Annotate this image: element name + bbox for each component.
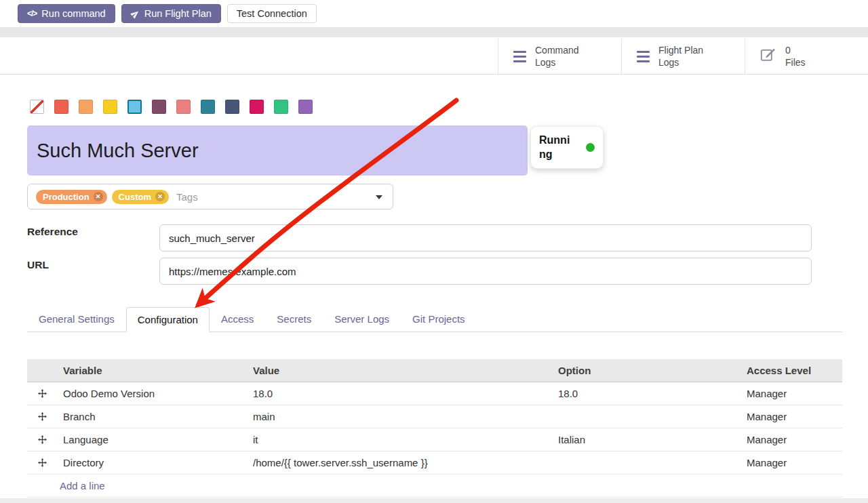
swatch-salmon[interactable] — [176, 100, 191, 114]
cell-access-level[interactable]: Manager — [741, 411, 842, 422]
status-label: Running — [539, 134, 576, 162]
cell-value[interactable]: /home/{{ tower.server.ssh_username }} — [248, 457, 553, 468]
run-flight-plan-button[interactable]: Run Flight Plan — [121, 4, 221, 23]
swatch-fuchsia[interactable] — [250, 100, 264, 114]
test-connection-label: Test Connection — [237, 8, 307, 19]
header-divider — [0, 74, 868, 75]
header-value: Value — [248, 365, 553, 376]
drag-handle[interactable] — [27, 389, 58, 398]
header-option: Option — [553, 365, 741, 376]
table-row: Language it Italian Manager — [27, 428, 842, 451]
url-input[interactable] — [159, 258, 812, 285]
cell-access-level[interactable]: Manager — [741, 434, 842, 445]
color-picker — [30, 100, 313, 114]
move-icon — [38, 389, 47, 398]
tab-secrets[interactable]: Secrets — [265, 306, 323, 331]
cell-value[interactable]: 18.0 — [248, 388, 553, 399]
files-count: 0 — [785, 44, 806, 56]
paper-plane-icon — [129, 7, 141, 20]
tags-placeholder: Tags — [176, 191, 198, 203]
table-row: Directory /home/{{ tower.server.ssh_user… — [27, 451, 842, 475]
configuration-table: Variable Value Option Access Level Odoo … — [27, 359, 842, 498]
cell-variable[interactable]: Directory — [58, 457, 248, 468]
table-header-row: Variable Value Option Access Level — [27, 359, 842, 382]
swatch-no-color[interactable] — [30, 100, 44, 114]
drag-handle[interactable] — [27, 435, 58, 444]
cell-access-level[interactable]: Manager — [741, 388, 842, 399]
tab-server-logs[interactable]: Server Logs — [323, 306, 401, 331]
tab-general-settings[interactable]: General Settings — [27, 306, 126, 331]
tab-configuration[interactable]: Configuration — [126, 307, 210, 332]
server-name-input[interactable] — [27, 125, 528, 176]
status-indicator[interactable]: Running — [530, 126, 604, 169]
url-label: URL — [27, 259, 49, 271]
move-icon — [38, 435, 47, 444]
run-command-label: Run command — [41, 8, 105, 19]
add-a-line-link[interactable]: Add a line — [27, 475, 842, 498]
header-variable: Variable — [58, 365, 248, 376]
tab-bar: General Settings Configuration Access Se… — [27, 307, 842, 332]
menu-icon — [513, 51, 526, 62]
tag-label: Production — [43, 192, 90, 202]
cell-variable[interactable]: Language — [58, 434, 248, 445]
table-row: Branch main Manager — [27, 405, 842, 428]
swatch-dark-blue[interactable] — [225, 100, 239, 114]
tag-custom: Custom ✕ — [112, 190, 169, 204]
swatch-green[interactable] — [274, 100, 288, 114]
files-button[interactable]: 0 Files — [745, 39, 868, 74]
swatch-dark-purple[interactable] — [152, 100, 166, 114]
remove-tag-icon[interactable]: ✕ — [94, 192, 103, 201]
reference-input[interactable] — [159, 224, 812, 252]
stat-button-area: Command Logs Flight Plan Logs 0 Files — [498, 39, 868, 74]
flight-plan-logs-label: Flight Plan Logs — [658, 44, 717, 68]
tags-input[interactable]: Production ✕ Custom ✕ Tags — [27, 184, 393, 209]
swatch-red[interactable] — [54, 100, 68, 114]
drag-handle[interactable] — [27, 458, 58, 467]
code-icon: </> — [27, 9, 37, 18]
swatch-purple[interactable] — [298, 100, 313, 114]
files-label: Files — [785, 56, 806, 68]
cell-access-level[interactable]: Manager — [741, 457, 842, 468]
divider-band — [0, 27, 868, 37]
cell-value[interactable]: main — [248, 411, 553, 422]
swatch-orange[interactable] — [79, 100, 93, 114]
status-dot-icon — [586, 143, 595, 152]
cell-option[interactable]: Italian — [553, 434, 741, 445]
files-stat-text: 0 Files — [785, 44, 806, 68]
drag-handle[interactable] — [27, 412, 58, 421]
swatch-yellow[interactable] — [103, 100, 117, 114]
bottom-strip — [0, 498, 868, 503]
remove-tag-icon[interactable]: ✕ — [155, 192, 165, 201]
move-icon — [38, 458, 47, 467]
flight-plan-logs-button[interactable]: Flight Plan Logs — [621, 39, 745, 74]
cell-option[interactable]: 18.0 — [553, 388, 741, 399]
tag-label: Custom — [119, 192, 151, 202]
swatch-cyan-selected[interactable] — [127, 100, 142, 114]
caret-down-icon[interactable] — [376, 195, 382, 199]
header-access-level: Access Level — [741, 365, 842, 376]
move-icon — [38, 412, 47, 421]
command-logs-label: Command Logs — [535, 44, 593, 68]
cell-variable[interactable]: Odoo Demo Version — [58, 388, 248, 399]
command-logs-button[interactable]: Command Logs — [498, 39, 621, 74]
edit-icon — [760, 47, 776, 66]
cell-value[interactable]: it — [248, 434, 553, 445]
run-flight-plan-label: Run Flight Plan — [144, 8, 212, 19]
run-command-button[interactable]: </> Run command — [18, 4, 115, 23]
test-connection-button[interactable]: Test Connection — [227, 4, 317, 23]
toolbar: </> Run command Run Flight Plan Test Con… — [18, 4, 317, 23]
menu-icon — [637, 51, 650, 62]
tag-production: Production ✕ — [36, 190, 107, 204]
cell-variable[interactable]: Branch — [58, 411, 248, 422]
tab-access[interactable]: Access — [210, 306, 265, 331]
table-row: Odoo Demo Version 18.0 18.0 Manager — [27, 382, 842, 405]
swatch-teal[interactable] — [201, 100, 215, 114]
page: </> Run command Run Flight Plan Test Con… — [0, 0, 868, 503]
reference-label: Reference — [27, 226, 78, 238]
tab-git-projects[interactable]: Git Projects — [401, 306, 477, 331]
